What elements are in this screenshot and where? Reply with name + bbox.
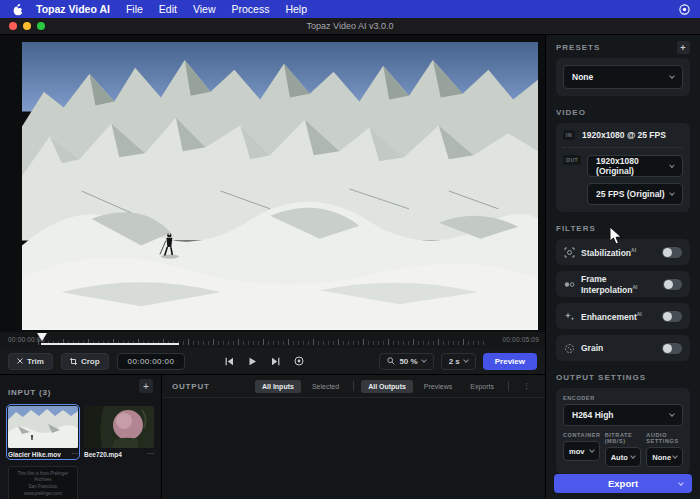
input-clip-title-card[interactable]: This film is from Prelinger Archives San… <box>8 466 78 499</box>
menubar-status-icon[interactable] <box>679 4 690 15</box>
trim-button[interactable]: Trim <box>8 353 53 370</box>
next-frame-button[interactable] <box>271 357 280 366</box>
window-title: Topaz Video AI v3.0.0 <box>0 21 700 31</box>
video-card-divider <box>563 147 683 148</box>
previous-frame-button[interactable] <box>225 357 234 366</box>
filter-grain[interactable]: Grain <box>556 335 690 361</box>
zoom-level-dropdown[interactable]: 50 % <box>379 353 433 370</box>
container-dropdown[interactable]: mov <box>563 441 600 461</box>
crop-icon <box>70 358 77 365</box>
output-settings-section-title: OUTPUT SETTINGS <box>556 373 646 382</box>
input-panel-title: INPUT (3) <box>8 388 51 397</box>
menubar-app-name[interactable]: Topaz Video AI <box>36 3 110 15</box>
macos-menubar: Topaz Video AI File Edit View Process He… <box>0 0 700 18</box>
output-framerate-value: 25 FPS (Original) <box>596 189 665 199</box>
bee-thumbnail <box>84 406 154 448</box>
filter-label: Frame Interpolation <box>581 274 632 295</box>
input-video-specs: 1920x1080 @ 25 FPS <box>582 130 666 140</box>
preset-dropdown[interactable]: None <box>563 65 683 89</box>
menu-view[interactable]: View <box>193 3 216 15</box>
ai-badge: AI <box>637 311 642 317</box>
timeline-track[interactable] <box>38 332 488 348</box>
input-clip-glacier[interactable]: Glacier Hike.mov ⋯ <box>8 406 78 458</box>
output-framerate-dropdown[interactable]: 25 FPS (Original) <box>587 183 683 205</box>
clip-name: Bee720.mp4 <box>84 451 122 458</box>
loop-playback-button[interactable] <box>294 356 304 366</box>
frame-interpolation-toggle[interactable] <box>663 279 682 290</box>
encoder-dropdown[interactable]: H264 High <box>563 404 683 426</box>
filter-enhancement[interactable]: EnhancementAI <box>556 303 690 329</box>
chevron-down-icon <box>463 357 469 363</box>
close-icon <box>17 358 23 364</box>
preview-button[interactable]: Preview <box>483 353 537 370</box>
ai-badge: AI <box>631 247 636 253</box>
audio-settings-value: None <box>652 453 671 462</box>
more-icon[interactable]: ⋯ <box>147 450 154 458</box>
filter-label: Stabilization <box>581 247 631 257</box>
audio-settings-label: AUDIO SETTINGS <box>646 432 683 444</box>
audio-settings-dropdown[interactable]: None <box>646 447 683 467</box>
apple-menu[interactable] <box>10 3 24 16</box>
timeline-playhead[interactable] <box>37 333 47 341</box>
tab-previews[interactable]: Previews <box>417 380 459 393</box>
tab-selected[interactable]: Selected <box>305 380 346 393</box>
ai-badge: AI <box>632 284 637 290</box>
input-clip-bee[interactable]: Bee720.mp4 ⋯ <box>84 406 154 458</box>
tab-exports[interactable]: Exports <box>463 380 501 393</box>
glacier-thumbnail <box>8 406 78 448</box>
title-card-line: www.prelinger.com <box>24 491 62 496</box>
frame-interpolation-icon <box>564 279 575 290</box>
output-list-menu-icon[interactable]: ⋮ <box>516 379 537 393</box>
add-input-button[interactable]: + <box>139 379 153 393</box>
timecode-display[interactable]: 00:00:00:00 <box>117 353 186 370</box>
grain-icon <box>564 343 575 354</box>
bitrate-dropdown[interactable]: Auto <box>605 447 642 467</box>
title-card-line: This film is from Prelinger Archives <box>11 471 75 482</box>
filter-frame-interpolation[interactable]: Frame InterpolationAI <box>556 271 690 297</box>
apple-icon <box>12 3 23 16</box>
tab-all-inputs[interactable]: All Inputs <box>255 380 301 393</box>
chevron-down-icon <box>669 162 674 167</box>
output-panel: OUTPUT All Inputs Selected All Outputs P… <box>162 375 545 499</box>
chevron-down-icon <box>669 73 675 79</box>
presets-card: None <box>556 58 690 96</box>
filters-section-title: FILTERS <box>556 224 596 233</box>
bitrate-value: Auto <box>611 453 628 462</box>
menu-file[interactable]: File <box>126 3 143 15</box>
filter-stabilization[interactable]: StabilizationAI <box>556 239 690 265</box>
export-label: Export <box>608 478 638 489</box>
export-button[interactable]: Export <box>554 474 692 493</box>
add-preset-button[interactable]: + <box>677 41 690 54</box>
stabilization-toggle[interactable] <box>662 247 682 258</box>
chevron-down-icon <box>589 447 595 453</box>
settings-sidebar: PRESETS + None VIDEO IN 1920x1080 @ 25 F… <box>545 35 700 499</box>
chevron-down-icon <box>421 357 427 363</box>
chevron-down-icon <box>669 411 675 417</box>
enhancement-toggle[interactable] <box>662 311 682 322</box>
crop-button[interactable]: Crop <box>61 353 109 370</box>
presets-section-title: PRESETS <box>556 43 600 52</box>
grain-toggle[interactable] <box>662 343 682 354</box>
more-icon[interactable]: ⋯ <box>71 450 78 458</box>
tab-all-outputs[interactable]: All Outputs <box>361 380 413 393</box>
preset-value: None <box>572 72 593 82</box>
preview-duration-value: 2 s <box>449 357 460 366</box>
menu-help[interactable]: Help <box>285 3 307 15</box>
input-panel: INPUT (3) + <box>0 375 162 499</box>
trim-label: Trim <box>27 357 44 366</box>
chevron-down-icon <box>631 453 637 459</box>
chevron-down-icon <box>672 453 678 459</box>
menu-edit[interactable]: Edit <box>159 3 177 15</box>
menu-process[interactable]: Process <box>232 3 270 15</box>
encoder-label: ENCODER <box>563 395 683 401</box>
preview-duration-dropdown[interactable]: 2 s <box>441 353 476 370</box>
stabilization-icon <box>564 247 575 258</box>
window-titlebar: Topaz Video AI v3.0.0 <box>0 18 700 35</box>
timeline-loaded-range <box>41 343 179 345</box>
output-list-area[interactable] <box>162 397 545 499</box>
output-resolution-dropdown[interactable]: 1920x1080 (Original) <box>587 155 683 177</box>
video-section-title: VIDEO <box>556 108 586 117</box>
filter-label: Grain <box>581 343 603 353</box>
timeline-end-time: 00:00:05:09 <box>502 336 539 343</box>
play-button[interactable] <box>248 357 257 366</box>
